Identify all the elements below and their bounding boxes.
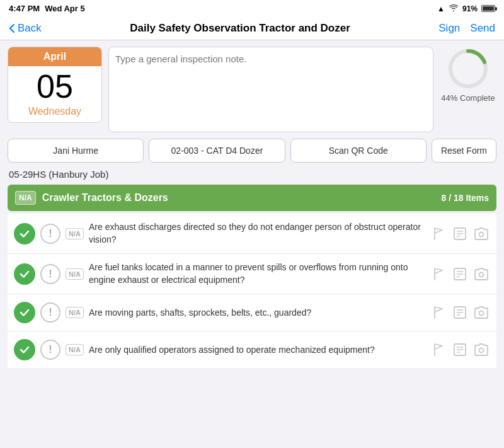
status-time: 4:47 PM — [9, 4, 40, 13]
checklist-item: ! N/A Are moving parts, shafts, sprocket… — [8, 294, 496, 331]
checklist-item: ! N/A Are fuel tanks located in a manner… — [8, 254, 496, 294]
item-text: Are moving parts, shafts, sprockets, bel… — [89, 307, 425, 319]
item-actions — [430, 225, 490, 243]
alert-icon[interactable]: ! — [40, 302, 60, 323]
sign-button[interactable]: Sign — [438, 22, 460, 35]
status-bar: 4:47 PM Wed Apr 5 ▲ 91% — [0, 0, 504, 17]
checklist-item: ! N/A Are exhaust discharges directed so… — [8, 214, 496, 254]
checklist-item: ! N/A Are only qualified operators assig… — [8, 331, 496, 368]
flag-icon[interactable] — [430, 265, 447, 283]
alert-icon[interactable]: ! — [40, 264, 60, 284]
check-icon[interactable] — [14, 302, 35, 323]
send-button[interactable]: Send — [470, 22, 495, 35]
section-header: N/A Crawler Tractors & Dozers 8 / 18 Ite… — [8, 185, 496, 211]
battery-percent: 91% — [462, 4, 478, 13]
calendar-weekday: Wednesday — [8, 106, 101, 122]
checklist: ! N/A Are exhaust discharges directed so… — [8, 214, 496, 368]
calendar-day: 05 — [8, 66, 101, 106]
item-actions — [430, 304, 490, 321]
na-badge[interactable]: N/A — [66, 344, 84, 355]
back-button[interactable]: Back — [9, 22, 42, 35]
alert-icon[interactable]: ! — [40, 340, 60, 360]
inspection-note[interactable] — [115, 54, 427, 123]
alert-icon[interactable]: ! — [40, 224, 60, 244]
top-section: April 05 Wednesday 44% Complete — [8, 47, 496, 132]
check-icon[interactable] — [14, 263, 35, 285]
note-icon[interactable] — [451, 265, 469, 283]
job-label: 05-29HS (Hanbury Job) — [8, 169, 496, 180]
equipment-button[interactable]: 02-003 - CAT D4 Dozer — [149, 139, 285, 163]
progress-area: 44% Complete — [440, 47, 496, 103]
back-label: Back — [18, 22, 42, 35]
svg-point-11 — [479, 272, 484, 277]
check-icon[interactable] — [14, 339, 35, 360]
section-title: Crawler Tractors & Dozers — [42, 192, 435, 204]
camera-icon[interactable] — [472, 225, 490, 243]
progress-circle — [446, 47, 490, 91]
note-icon[interactable] — [451, 341, 469, 359]
page-title: Daily Safety Observation Tractor and Doz… — [42, 22, 438, 35]
progress-label: 44% Complete — [441, 93, 495, 103]
na-badge[interactable]: N/A — [66, 268, 84, 280]
status-bar-right: ▲ 91% — [437, 4, 495, 13]
item-text: Are exhaust discharges directed so they … — [89, 221, 425, 246]
note-icon[interactable] — [451, 304, 469, 321]
item-actions — [430, 341, 490, 359]
flag-icon[interactable] — [430, 304, 447, 321]
status-date: Wed Apr 5 — [45, 4, 85, 13]
wifi-icon — [449, 4, 459, 13]
flag-icon[interactable] — [430, 225, 447, 243]
signal-icon: ▲ — [437, 4, 445, 13]
svg-point-6 — [479, 232, 484, 236]
check-icon[interactable] — [14, 223, 35, 244]
section-na-badge: N/A — [15, 191, 36, 205]
nav-bar: Back Daily Safety Observation Tractor an… — [0, 17, 504, 40]
user-button[interactable]: Jani Hurme — [8, 139, 144, 163]
nav-actions: Sign Send — [438, 22, 495, 35]
camera-icon[interactable] — [472, 265, 490, 283]
status-bar-left: 4:47 PM Wed Apr 5 — [9, 4, 85, 13]
section-count: 8 / 18 Items — [442, 193, 490, 203]
camera-icon[interactable] — [472, 304, 490, 321]
calendar-month: April — [8, 47, 101, 66]
note-icon[interactable] — [451, 225, 469, 243]
na-badge[interactable]: N/A — [66, 307, 84, 318]
svg-point-21 — [479, 348, 484, 353]
item-text: Are only qualified operators assigned to… — [89, 344, 425, 357]
item-actions — [430, 265, 490, 283]
note-area[interactable] — [108, 47, 433, 132]
svg-point-16 — [479, 311, 484, 316]
main-content: April 05 Wednesday 44% Complete Jani Hur… — [0, 40, 504, 374]
item-text: Are fuel tanks located in a manner to pr… — [89, 261, 425, 286]
reset-button[interactable]: Reset Form — [432, 139, 496, 163]
calendar-widget: April 05 Wednesday — [8, 47, 102, 123]
flag-icon[interactable] — [430, 341, 447, 359]
na-badge[interactable]: N/A — [66, 228, 84, 239]
action-buttons: Jani Hurme 02-003 - CAT D4 Dozer Scan QR… — [8, 139, 496, 163]
qr-button[interactable]: Scan QR Code — [290, 139, 427, 163]
camera-icon[interactable] — [472, 341, 490, 359]
battery-icon — [481, 5, 495, 12]
